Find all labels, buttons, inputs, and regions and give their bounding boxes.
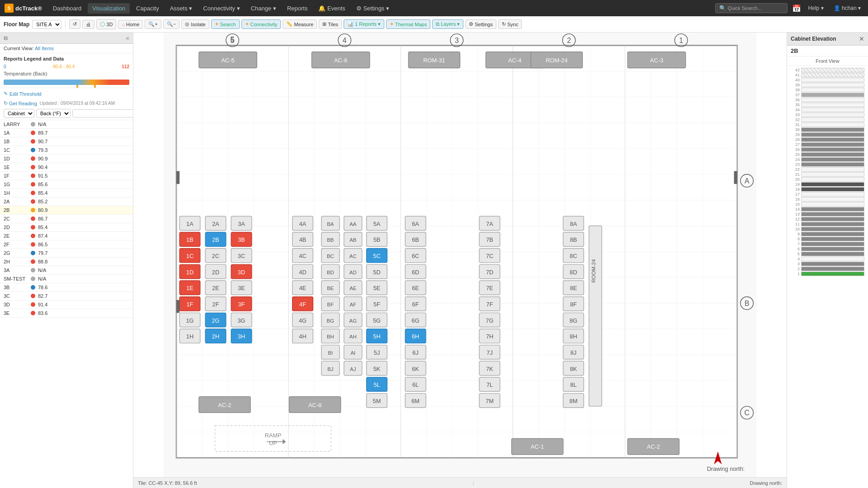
quick-search-box[interactable]: 🔍 Quick Search... xyxy=(715,3,788,13)
rack-unit-slot[interactable] xyxy=(801,147,864,152)
table-row[interactable]: 1E 90.4 xyxy=(0,163,133,172)
rack-unit-slot[interactable] xyxy=(801,172,864,177)
tiles-button[interactable]: ⊞ Tiles xyxy=(319,19,342,29)
zoom-in-button[interactable]: 🔍+ xyxy=(145,19,161,29)
nav-change[interactable]: Change ▾ xyxy=(246,3,281,14)
rack-unit-slot[interactable] xyxy=(801,192,864,197)
table-row[interactable]: 2A 85.2 xyxy=(0,197,133,206)
rack-unit-slot[interactable] xyxy=(801,103,864,107)
table-row[interactable]: 3A N/A xyxy=(0,266,133,275)
table-row[interactable]: LARRY N/A xyxy=(0,120,133,129)
rack-unit-slot[interactable] xyxy=(801,212,864,216)
rack-unit-slot[interactable] xyxy=(801,182,864,187)
refresh-button[interactable]: ↺ xyxy=(69,19,80,29)
app-logo[interactable]: S dcTrack® xyxy=(5,4,42,13)
user-menu[interactable]: 👤 hchan ▾ xyxy=(831,4,863,12)
print-button[interactable]: 🖨 xyxy=(82,20,94,29)
rack-unit-slot[interactable] xyxy=(801,197,864,202)
all-items-link[interactable]: All Items xyxy=(35,46,54,51)
rack-unit-slot[interactable] xyxy=(801,202,864,206)
rack-unit-slot[interactable] xyxy=(801,142,864,147)
table-row[interactable]: 1D 90.9 xyxy=(0,155,133,163)
table-row[interactable]: 3C 82.7 xyxy=(0,292,133,300)
table-row[interactable]: 2D 85.4 xyxy=(0,223,133,232)
rack-unit-slot[interactable] xyxy=(801,98,864,102)
rack-unit-slot[interactable] xyxy=(801,272,864,276)
get-reading-button[interactable]: ↻ Get Reading xyxy=(4,100,37,106)
measure-button[interactable]: 📏 Measure xyxy=(283,19,317,29)
zoom-out-button[interactable]: 🔍− xyxy=(163,19,179,29)
table-row[interactable]: 1A 89.7 xyxy=(0,129,133,137)
rack-unit-slot[interactable] xyxy=(801,132,864,137)
rack-unit-slot[interactable] xyxy=(801,162,864,167)
layers-button[interactable]: ⧉ Layers ▾ xyxy=(432,19,463,29)
rack-unit-slot[interactable] xyxy=(801,267,864,271)
rack-unit-slot[interactable] xyxy=(801,88,864,92)
rack-unit-slot[interactable] xyxy=(801,262,864,266)
rack-unit-slot[interactable] xyxy=(801,83,864,87)
filter-input[interactable] xyxy=(72,109,133,117)
isolate-button[interactable]: ◎ Isolate xyxy=(181,19,209,29)
sync-button[interactable]: ↻ Sync xyxy=(498,19,522,29)
table-row[interactable]: 2G 79.7 xyxy=(0,249,133,258)
rack-unit-slot[interactable] xyxy=(801,122,864,127)
rack-unit-slot[interactable] xyxy=(801,157,864,162)
nav-events[interactable]: 🔔 Events xyxy=(314,3,349,14)
edit-threshold-button[interactable]: ✎ Edit Threshold xyxy=(4,91,129,97)
rack-unit-slot[interactable] xyxy=(801,73,864,77)
rack-unit-slot[interactable] xyxy=(801,68,864,72)
rack-unit-slot[interactable] xyxy=(801,117,864,122)
3d-button[interactable]: ⬡ 3D xyxy=(96,19,116,29)
floor-canvas[interactable]: 5 5 4 3 2 1 A B C AC- xyxy=(133,33,787,477)
calendar-icon[interactable]: 📅 xyxy=(792,4,801,13)
table-row[interactable]: 2C 86.7 xyxy=(0,215,133,223)
table-row[interactable]: 3D 91.4 xyxy=(0,300,133,309)
rack-unit-slot[interactable] xyxy=(801,113,864,117)
rack-unit-slot[interactable] xyxy=(801,177,864,182)
home-button[interactable]: ⌂ Home xyxy=(118,20,143,29)
rack-unit-slot[interactable] xyxy=(801,187,864,192)
table-row[interactable]: 1H 85.4 xyxy=(0,189,133,197)
nav-visualization[interactable]: Visualization xyxy=(88,3,130,14)
reports-button[interactable]: 📊 1 Reports ▾ xyxy=(344,19,384,29)
nav-connectivity[interactable]: Connectivity ▾ xyxy=(198,3,244,14)
rack-unit-slot[interactable] xyxy=(801,257,864,261)
rack-unit-slot[interactable] xyxy=(801,232,864,236)
right-panel-close-button[interactable]: ✕ xyxy=(859,35,864,42)
nav-capacity[interactable]: Capacity xyxy=(132,3,164,14)
thermal-maps-button[interactable]: ✦ Thermal Maps xyxy=(386,19,430,29)
rack-unit-slot[interactable] xyxy=(801,93,864,97)
rack-unit-slot[interactable] xyxy=(801,127,864,132)
table-row[interactable]: 1B 90.7 xyxy=(0,137,133,146)
nav-assets[interactable]: Assets ▾ xyxy=(165,3,197,14)
table-row[interactable]: 2E 87.4 xyxy=(0,232,133,240)
table-row[interactable]: SM-TEST N/A xyxy=(0,275,133,283)
table-row[interactable]: 1F 91.5 xyxy=(0,172,133,180)
rack-unit-slot[interactable] xyxy=(801,247,864,251)
rack-unit-slot[interactable] xyxy=(801,108,864,112)
table-row[interactable]: 1C 79.3 xyxy=(0,146,133,155)
site-select[interactable]: SITE A xyxy=(32,20,61,29)
table-row[interactable]: 2F 86.5 xyxy=(0,240,133,249)
settings-floor-button[interactable]: ⚙ Settings xyxy=(465,19,496,29)
table-row[interactable]: 1G 85.6 xyxy=(0,180,133,189)
rack-unit-slot[interactable] xyxy=(801,227,864,231)
rack-unit-slot[interactable] xyxy=(801,237,864,241)
table-row[interactable]: 2B 80.9 xyxy=(0,206,133,215)
back-filter-select[interactable]: Back (°F) xyxy=(36,109,71,118)
cabinet-filter-select[interactable]: Cabinet xyxy=(4,109,34,118)
table-row[interactable]: 2H 88.8 xyxy=(0,258,133,266)
rack-unit-slot[interactable] xyxy=(801,137,864,142)
table-row[interactable]: 3E 83.6 xyxy=(0,309,133,318)
rack-unit-slot[interactable] xyxy=(801,242,864,246)
nav-settings[interactable]: ⚙ Settings ▾ xyxy=(352,3,394,14)
nav-reports[interactable]: Reports xyxy=(283,3,312,14)
rack-unit-slot[interactable] xyxy=(801,152,864,157)
rack-unit-slot[interactable] xyxy=(801,167,864,172)
rack-unit-slot[interactable] xyxy=(801,78,864,82)
panel-collapse-button[interactable]: « xyxy=(126,34,129,42)
rack-unit-slot[interactable] xyxy=(801,207,864,211)
search-button[interactable]: ✦ Search xyxy=(211,19,240,29)
rack-unit-slot[interactable] xyxy=(801,252,864,256)
table-row[interactable]: 3B 78.6 xyxy=(0,283,133,292)
